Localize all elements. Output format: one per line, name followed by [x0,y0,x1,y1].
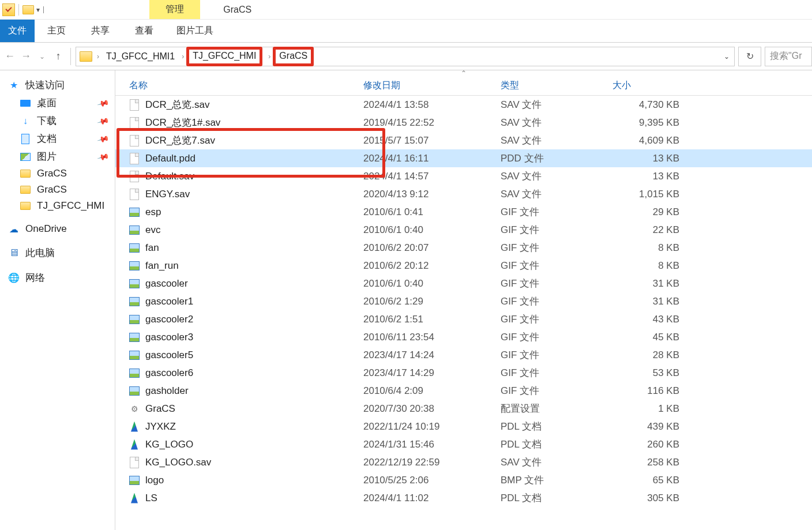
context-tab[interactable]: 管理 [149,0,200,19]
generic-file-icon [129,188,140,201]
search-input[interactable]: 搜索"Gr [765,47,812,66]
file-date: 2010/6/2 20:07 [363,242,501,254]
document-icon [20,133,31,145]
qat-properties-button[interactable] [2,3,15,16]
sidebar-item-documents[interactable]: 文档📌 [0,130,115,148]
file-date: 2010/6/1 0:41 [363,206,501,218]
file-row[interactable]: ENGY.sav2020/4/13 9:12SAV 文件1,015 KB [115,185,812,203]
file-date: 2020/7/30 20:38 [363,403,501,415]
image-file-icon [129,260,140,272]
qat-overflow-icon[interactable]: ▾ [36,6,40,14]
generic-file-icon [129,99,140,111]
breadcrumb-item[interactable]: TJ_GFCC_HMI1 [102,48,179,65]
file-row[interactable]: DCR_总览.sav2024/4/1 13:58SAV 文件4,730 KB [115,96,812,114]
file-size: 116 KB [612,385,679,397]
file-row[interactable]: KG_LOGO.sav2022/12/19 22:59SAV 文件258 KB [115,453,812,471]
image-file-icon [129,349,140,362]
sidebar-item-folder[interactable]: GraCS [0,182,115,198]
file-size: 260 KB [612,439,679,450]
column-header-type[interactable]: 类型 [501,80,612,92]
file-row[interactable]: gascooler32010/6/11 23:54GIF 文件45 KB [115,328,812,346]
file-size: 45 KB [612,332,679,343]
nav-recent-button[interactable]: ⌄ [36,50,48,63]
file-date: 2010/6/2 1:51 [363,314,501,325]
file-size: 22 KB [612,224,679,236]
sidebar-item-quickaccess[interactable]: ★快速访问 [0,76,115,94]
file-row[interactable]: esp2010/6/1 0:41GIF 文件29 KB [115,203,812,221]
file-type: GIF 文件 [501,223,612,236]
sidebar-item-folder[interactable]: TJ_GFCC_HMI [0,198,115,214]
chevron-right-icon[interactable]: › [95,52,102,61]
tab-view[interactable]: 查看 [122,20,166,42]
file-date: 2024/4/1 14:57 [363,171,501,182]
nav-back-button[interactable]: ← [3,50,16,63]
tab-share[interactable]: 共享 [78,20,122,42]
sidebar-item-downloads[interactable]: ↓下载📌 [0,112,115,130]
file-name: Default.sav [145,171,194,182]
breadcrumb-dropdown-button[interactable]: ⌄ [724,52,730,61]
file-row[interactable]: gascooler62023/4/17 14:29GIF 文件53 KB [115,364,812,382]
file-row[interactable]: LS2024/4/1 11:02PDL 文档305 KB [115,489,812,507]
file-size: 4,730 KB [612,99,679,111]
pdl-file-icon [129,420,140,433]
breadcrumb[interactable]: › TJ_GFCC_HMI1 › TJ_GFCC_HMI › GraCS ⌄ [76,47,735,66]
file-row[interactable]: JYXKZ2022/11/24 10:19PDL 文档439 KB [115,418,812,435]
nav-up-button[interactable]: ↑ [52,50,65,63]
sidebar-label: TJ_GFCC_HMI [37,200,104,212]
file-row[interactable]: fan_run2010/6/2 20:12GIF 文件8 KB [115,257,812,275]
file-date: 2023/4/17 14:29 [363,367,501,379]
chevron-right-icon[interactable]: › [179,52,186,61]
file-row[interactable]: gascooler52023/4/17 14:24GIF 文件28 KB [115,346,812,364]
column-header-name[interactable]: 名称 [115,80,363,92]
column-header-date[interactable]: 修改日期 [363,80,501,92]
file-row[interactable]: gascooler2010/6/1 0:40GIF 文件31 KB [115,275,812,292]
sidebar-item-desktop[interactable]: 桌面📌 [0,94,115,112]
file-row[interactable]: KG_LOGO2024/1/31 15:46PDL 文档260 KB [115,435,812,453]
breadcrumb-item[interactable]: GraCS [273,47,314,66]
desktop-icon [20,97,31,109]
file-row[interactable]: DCR_总览1#.sav2019/4/15 22:52SAV 文件9,395 K… [115,114,812,131]
file-row[interactable]: evc2010/6/1 0:40GIF 文件22 KB [115,221,812,239]
file-row[interactable]: logo2010/5/25 2:06BMP 文件65 KB [115,471,812,489]
pdl-file-icon [129,438,140,451]
nav-forward-button[interactable]: → [20,50,32,63]
file-size: 1,015 KB [612,189,679,200]
file-type: PDL 文档 [501,491,612,505]
sidebar-item-thispc[interactable]: 🖥此电脑 [0,244,115,262]
file-size: 28 KB [612,349,679,361]
sidebar-item-pictures[interactable]: 图片📌 [0,148,115,166]
navigation-pane[interactable]: ★快速访问 桌面📌 ↓下载📌 文档📌 图片📌 GraCS GraCS TJ_GF… [0,70,115,530]
image-file-icon [129,367,140,379]
file-tab[interactable]: 文件 [0,20,35,42]
tab-home[interactable]: 主页 [35,20,78,42]
file-row[interactable]: gasholder2010/6/4 2:09GIF 文件116 KB [115,382,812,400]
file-row[interactable]: gascooler12010/6/2 1:29GIF 文件31 KB [115,292,812,310]
generic-file-icon [129,456,140,469]
sidebar-label: 此电脑 [25,246,55,260]
qat-folder-icon[interactable] [22,5,34,14]
pin-icon: 📌 [96,114,110,127]
refresh-button[interactable]: ↻ [738,47,761,66]
file-row[interactable]: DCR_总览7.sav2015/5/7 15:07SAV 文件4,609 KB [115,131,812,149]
file-row[interactable]: gascooler22010/6/2 1:51GIF 文件43 KB [115,310,812,328]
sidebar-item-network[interactable]: 🌐网络 [0,269,115,287]
chevron-right-icon[interactable]: › [266,52,273,61]
window-title: GraCS [223,5,251,15]
breadcrumb-item[interactable]: TJ_GFCC_HMI [186,47,262,66]
folder-icon [20,200,31,212]
file-name: Default.pdd [145,153,196,164]
qat-customize-icon[interactable]: │ [42,6,46,13]
sidebar-item-folder[interactable]: GraCS [0,166,115,182]
file-row[interactable]: Default.pdd2024/4/1 16:11PDD 文件13 KB [115,149,812,167]
file-row[interactable]: fan2010/6/2 20:07GIF 文件8 KB [115,239,812,257]
tab-picture-tools[interactable]: 图片工具 [166,20,224,42]
file-row[interactable]: ⚙GraCS2020/7/30 20:38配置设置1 KB [115,400,812,418]
file-list-pane[interactable]: ⌃ 名称 修改日期 类型 大小 DCR_总览.sav2024/4/1 13:58… [115,70,812,530]
sidebar-label: 文档 [37,132,57,145]
file-type: SAV 文件 [501,456,612,469]
file-row[interactable]: Default.sav2024/4/1 14:57SAV 文件13 KB [115,167,812,185]
sidebar-item-onedrive[interactable]: ☁OneDrive [0,221,115,237]
file-size: 8 KB [612,260,679,272]
column-header-size[interactable]: 大小 [612,80,682,92]
pin-icon: 📌 [96,132,110,145]
